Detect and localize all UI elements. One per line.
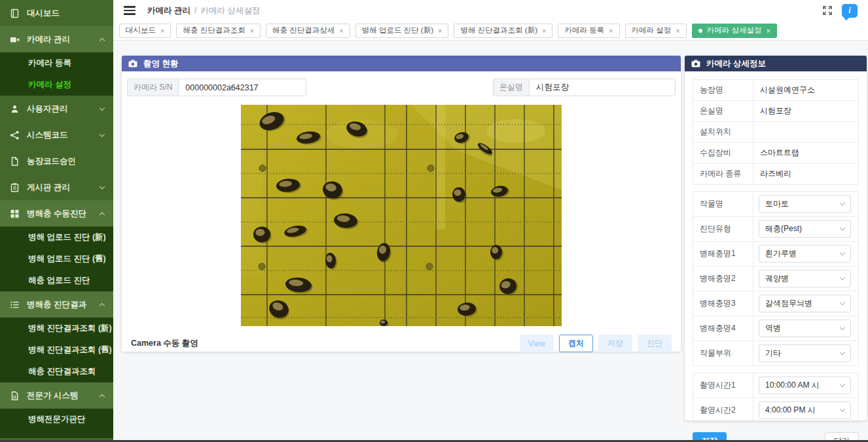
tab-disease-results-new[interactable]: 병해 진단결과조회 (新)×	[454, 24, 552, 38]
pest-name3-select[interactable]: 갈색점무늬병	[759, 295, 851, 312]
capture-status-panel: 촬영 현황 카메라 S/N 온실명	[122, 56, 681, 352]
pest-name1-select[interactable]: 흰가루병	[759, 245, 851, 263]
fullscreen-icon[interactable]	[822, 5, 833, 16]
diagnosis-type-select[interactable]: 해충(Pest)	[759, 220, 851, 238]
table-row: 수집장비스마트트랩	[693, 143, 858, 164]
capture-time1-select[interactable]: 10:00:00 AM 시	[759, 377, 851, 394]
close-icon[interactable]: ×	[250, 27, 254, 35]
crop-part-select[interactable]: 기타	[759, 344, 851, 362]
detail-panel-title: 카메라 상세정보	[706, 58, 766, 69]
install-location-value	[753, 128, 858, 137]
capture-time2-select[interactable]: 4:00:00 PM 시	[759, 401, 851, 419]
sidebar-item-label: 사용자관리	[27, 103, 68, 115]
greenhouse-name-value: 시험포장	[753, 101, 858, 121]
sidebar-item-disease-upload-old[interactable]: 병해 업로드 진단 (舊)	[0, 248, 113, 270]
sidebar-item-disease-results-new[interactable]: 병해 진단결과조회 (新)	[0, 318, 113, 339]
sidebar-submenu-expert: 병해전문가판단	[0, 409, 113, 438]
detail-panel-header: 카메라 상세정보	[685, 56, 867, 71]
capture-button[interactable]: 캡처	[559, 335, 593, 352]
sidebar-item-label: 병해충 수동진단	[27, 208, 86, 219]
camera-icon	[128, 60, 137, 67]
sidebar-submenu-camera: 카메라 등록 카메라 설정	[0, 52, 113, 96]
pest-name2-select[interactable]: 궤양병	[759, 270, 851, 287]
table-row: 온실명시험포장	[693, 101, 858, 122]
sidebar-item-camera-mgmt[interactable]: 카메라 관리	[0, 26, 113, 52]
trap-photo	[241, 105, 562, 326]
sidebar-item-pest-upload[interactable]: 해충 업로드 진단	[0, 270, 113, 291]
sidebar-item-board-mgmt[interactable]: 게시판 관리	[0, 174, 113, 200]
camera-sn-label: 카메라 S/N	[127, 79, 178, 96]
greenhouse-input[interactable]	[529, 79, 676, 96]
sidebar-item-expert-system[interactable]: 전문가 시스템	[0, 382, 113, 409]
chat-info-icon[interactable]: i	[842, 4, 858, 18]
close-icon[interactable]: ×	[676, 27, 679, 35]
sidebar-item-dashboard[interactable]: 대시보드	[0, 0, 113, 26]
sidebar-item-label: 게시판 관리	[27, 182, 70, 193]
close-icon[interactable]: ×	[339, 27, 343, 35]
chevron-up-icon	[99, 394, 105, 399]
sidebar-item-user-mgmt[interactable]: 사용자관리	[0, 96, 113, 122]
sidebar-item-diagnosis-results[interactable]: 병해충 진단결과	[0, 291, 113, 318]
sidebar-item-pest-results[interactable]: 해충 진단결과조회	[0, 361, 113, 382]
chevron-up-icon	[99, 303, 105, 308]
chevron-down-icon	[840, 300, 845, 305]
capture-panel-header: 촬영 현황	[122, 56, 681, 71]
sidebar-item-label: 카메라 관리	[27, 34, 70, 45]
view-button[interactable]: View	[520, 335, 554, 352]
tab-camera-settings[interactable]: 카메라 설정×	[625, 24, 687, 38]
sidebar: 대시보드 카메라 관리 카메라 등록 카메라 설정 사용자관리 시스템코드 농장…	[0, 0, 113, 442]
chevron-up-icon	[99, 212, 105, 217]
dashboard-icon	[9, 8, 20, 18]
capture-time-table: 촬영시간110:00:00 AM 시 촬영시간24:00:00 PM 시	[693, 373, 859, 423]
hamburger-menu-icon[interactable]	[124, 6, 136, 15]
chevron-down-icon	[840, 275, 845, 280]
pest-name4-select[interactable]: 역병	[759, 320, 851, 337]
manual-capture-caption: Camera 수동 촬영	[131, 338, 198, 349]
sidebar-item-system-code[interactable]: 시스템코드	[0, 122, 113, 148]
main-area: 카메라 관리/카메라 상세설정 i 대시보드× 해충 진단결과조회× 해충 진단…	[113, 0, 868, 442]
top-bar: 카메라 관리/카메라 상세설정 i	[113, 0, 868, 21]
diagnose-button[interactable]: 진단	[638, 335, 672, 352]
chevron-down-icon	[840, 225, 845, 230]
tab-camera-detail-settings[interactable]: 카메라 상세설정×	[692, 24, 777, 38]
sidebar-item-label: 농장코드승인	[27, 156, 76, 167]
tab-pest-results[interactable]: 해충 진단결과조회×	[176, 24, 261, 38]
close-icon[interactable]: ×	[766, 27, 770, 35]
sidebar-item-disease-results-old[interactable]: 병해 진단결과조회 (舊)	[0, 339, 113, 361]
collector-device-value: 스마트트랩	[753, 143, 858, 163]
sidebar-item-camera-settings[interactable]: 카메라 설정	[0, 74, 113, 96]
active-dot-icon	[698, 29, 702, 33]
table-row: 카메라 종류라즈베리	[693, 164, 858, 184]
close-icon[interactable]: ×	[160, 27, 164, 35]
chevron-down-icon	[99, 183, 105, 189]
table-row: 촬영시간110:00:00 AM 시	[693, 373, 858, 398]
tab-pest-result-detail[interactable]: 해충 진단결과상세×	[266, 24, 350, 38]
chevron-down-icon	[840, 250, 845, 255]
table-row: 작물부위기타	[693, 341, 858, 365]
sidebar-item-disease-upload-new[interactable]: 병해 업로드 진단 (新)	[0, 227, 113, 248]
table-row: 병해충명3갈색점무늬병	[693, 291, 858, 316]
chevron-down-icon	[99, 131, 105, 136]
table-row: 작물명토마토	[693, 192, 858, 217]
tab-bar: 대시보드× 해충 진단결과조회× 해충 진단결과상세× 병해 업로드 진단 (新…	[113, 21, 868, 41]
sidebar-item-camera-register[interactable]: 카메라 등록	[0, 52, 113, 74]
close-icon[interactable]: ×	[609, 27, 613, 35]
sidebar-item-farm-code-approval[interactable]: 농장코드승인	[0, 148, 113, 174]
tab-camera-register[interactable]: 카메라 등록×	[558, 24, 619, 38]
crop-select[interactable]: 토마토	[759, 195, 851, 213]
tab-disease-upload-new[interactable]: 병해 업로드 진단 (新)×	[355, 24, 449, 38]
diagnosis-settings-table: 작물명토마토 진단유형해충(Pest) 병해충명1흰가루병 병해충명2궤양병 병…	[693, 191, 859, 366]
table-row: 병해충명4역병	[693, 316, 858, 341]
close-icon[interactable]: ×	[542, 27, 546, 35]
greenhouse-label: 온실명	[493, 79, 529, 96]
breadcrumb: 카메라 관리/카메라 상세설정	[147, 5, 260, 16]
sidebar-item-manual-diagnosis[interactable]: 병해충 수동진단	[0, 200, 113, 227]
save-capture-button[interactable]: 저장	[598, 335, 632, 352]
breadcrumb-section[interactable]: 카메라 관리	[147, 6, 190, 15]
sidebar-item-disease-expert-judgment[interactable]: 병해전문가판단	[0, 409, 113, 430]
close-icon[interactable]: ×	[438, 27, 442, 35]
grid-icon	[9, 208, 20, 219]
tab-dashboard[interactable]: 대시보드×	[119, 24, 171, 38]
camera-sn-input[interactable]	[178, 79, 306, 96]
document-icon	[9, 156, 20, 166]
